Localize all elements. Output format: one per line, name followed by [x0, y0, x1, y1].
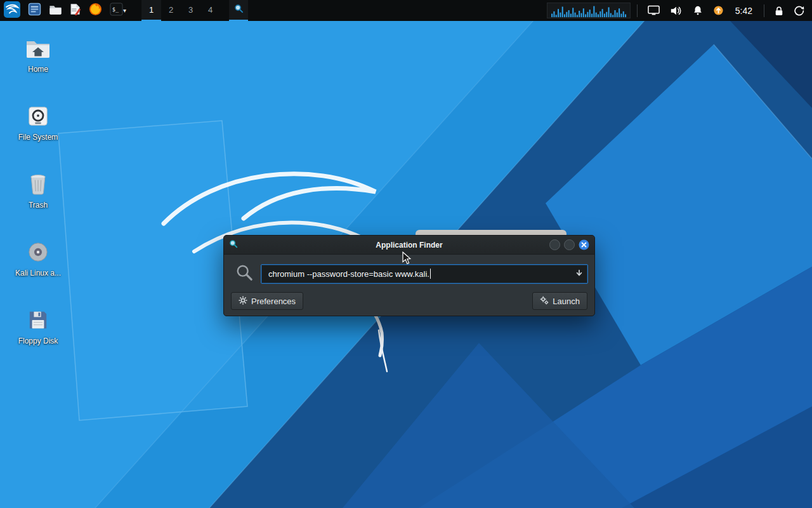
desktop-icon-label: Trash	[29, 201, 48, 210]
separator	[637, 4, 638, 17]
desktop-icon-kali-linux[interactable]: Kali Linux a...	[9, 234, 67, 302]
gear-icon	[239, 296, 247, 307]
launch-button[interactable]: Launch	[532, 292, 587, 310]
desktop: $_ ▾ 1 2 3 4	[0, 0, 812, 508]
workspace-4[interactable]: 4	[200, 0, 220, 21]
preferences-button[interactable]: Preferences	[231, 292, 303, 310]
button-row: Preferences	[230, 292, 588, 310]
updates-status-icon[interactable]	[709, 0, 728, 21]
window-icon	[229, 239, 238, 251]
notifications-bell-icon[interactable]	[689, 0, 707, 21]
lock-icon[interactable]	[771, 0, 787, 21]
desktop-icon-floppy-disk[interactable]: Floppy Disk	[9, 302, 67, 370]
file-manager-launcher[interactable]	[45, 0, 66, 21]
desktop-icon-home[interactable]: Home	[9, 30, 67, 98]
workspace-3[interactable]: 3	[181, 0, 200, 21]
workspace-2[interactable]: 2	[161, 0, 181, 21]
floppy-disk-icon	[28, 307, 48, 333]
maximize-button[interactable]	[564, 239, 575, 250]
launch-button-label: Launch	[553, 297, 580, 306]
kali-menu-button[interactable]	[0, 0, 24, 21]
separator	[764, 4, 764, 17]
cpu-graph[interactable]	[547, 3, 631, 18]
panel-launchers: $_ ▾ 1 2 3 4	[0, 0, 248, 21]
logout-icon[interactable]	[790, 0, 808, 21]
desktop-icon-column: Home File System Trash	[9, 30, 67, 370]
launch-gears-icon	[540, 296, 549, 307]
trash-can-icon	[29, 171, 48, 197]
hard-drive-icon	[27, 104, 49, 129]
text-editor-icon	[70, 3, 81, 18]
firefox-launcher[interactable]	[85, 0, 106, 21]
application-finder-icon	[234, 4, 244, 16]
terminal-launcher[interactable]: $_ ▾	[106, 0, 131, 21]
workspace-switcher: 1 2 3 4	[141, 0, 220, 21]
desktop-icon-label: Kali Linux a...	[15, 269, 61, 277]
folder-icon	[49, 4, 62, 18]
preferences-button-label: Preferences	[251, 297, 296, 306]
dropdown-arrow-icon[interactable]	[575, 268, 583, 279]
window-menu-icon	[28, 3, 41, 18]
chevron-down-icon[interactable]: ▾	[123, 7, 128, 14]
text-caret	[430, 269, 431, 279]
kali-logo-icon	[4, 1, 20, 20]
desktop-icon-file-system[interactable]: File System	[9, 98, 67, 166]
svg-text:$_: $_	[112, 6, 119, 13]
close-button[interactable]	[579, 239, 589, 250]
home-folder-icon	[25, 36, 51, 61]
window-menu-launcher[interactable]	[24, 0, 45, 21]
application-finder-window: Application Finder	[223, 235, 595, 316]
search-icon	[235, 264, 253, 284]
firefox-icon	[89, 3, 102, 18]
panel-tray: 5:42	[547, 0, 812, 21]
clock[interactable]: 5:42	[730, 6, 757, 16]
search-input-value: chromium --password-store=basic www.kali…	[268, 269, 429, 279]
workspace-1[interactable]: 1	[141, 0, 161, 21]
search-row: chromium --password-store=basic www.kali…	[230, 264, 588, 284]
terminal-icon: $_	[110, 3, 123, 18]
top-panel: $_ ▾ 1 2 3 4	[0, 0, 812, 21]
desktop-icon-label: File System	[18, 133, 58, 142]
disc-icon	[27, 239, 49, 265]
volume-icon[interactable]	[666, 0, 686, 21]
taskbar-application-finder[interactable]	[229, 0, 248, 21]
titlebar[interactable]: Application Finder	[224, 236, 594, 255]
window-title: Application Finder	[224, 241, 594, 250]
desktop-icon-label: Home	[28, 65, 48, 74]
text-editor-launcher[interactable]	[66, 0, 85, 21]
finder-body: chromium --password-store=basic www.kali…	[224, 255, 594, 318]
desktop-icon-trash[interactable]: Trash	[9, 166, 67, 234]
minimize-button[interactable]	[549, 239, 560, 250]
display-icon[interactable]	[644, 0, 664, 21]
desktop-icon-label: Floppy Disk	[18, 337, 58, 345]
search-input[interactable]: chromium --password-store=basic www.kali…	[261, 264, 588, 284]
window-controls	[546, 239, 589, 250]
